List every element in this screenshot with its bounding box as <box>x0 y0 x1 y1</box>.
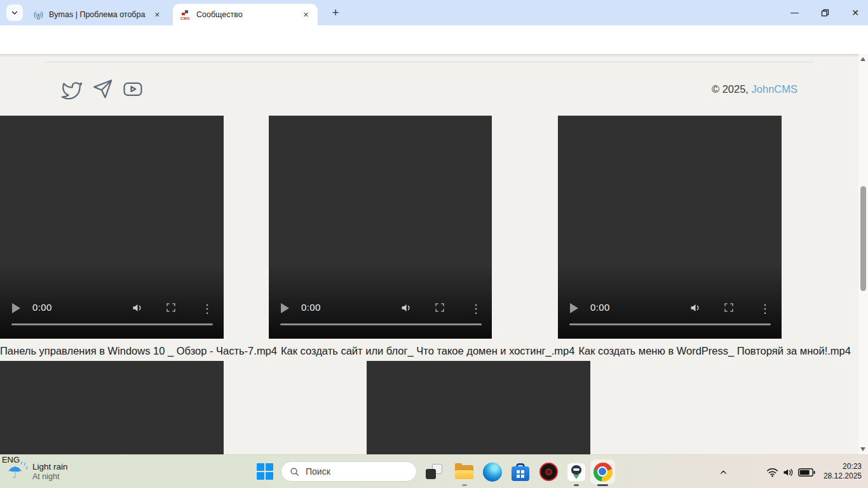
scroll-up-arrow-icon[interactable] <box>860 57 865 61</box>
taskbar-search[interactable]: Поиск <box>281 461 417 482</box>
close-tab-icon[interactable]: ✕ <box>152 10 163 20</box>
fullscreen-icon <box>434 302 445 313</box>
fullscreen-button[interactable] <box>165 302 177 313</box>
running-indicator <box>462 484 467 486</box>
close-tab-icon[interactable]: ✕ <box>301 10 311 20</box>
video-progress-bar[interactable] <box>11 323 213 326</box>
new-tab-button[interactable]: + <box>328 5 343 20</box>
tab-list-button[interactable] <box>6 4 23 21</box>
content-divider <box>46 62 814 62</box>
video-player[interactable] <box>367 361 590 454</box>
window-close-button[interactable]: ✕ <box>846 0 864 25</box>
video-controls-overlay: 0:00 ⋮ <box>0 264 224 339</box>
video-time: 0:00 <box>32 302 52 313</box>
speaker-icon <box>689 301 702 315</box>
search-placeholder: Поиск <box>306 466 330 477</box>
social-links <box>61 78 144 100</box>
cms-favicon-icon: CMS <box>180 10 191 20</box>
video-menu-button[interactable]: ⋮ <box>470 302 482 316</box>
utility-app-button[interactable]: ⚙ <box>539 463 558 481</box>
assistant-app-button[interactable] <box>567 463 585 481</box>
robot-icon-base <box>573 475 580 479</box>
video-time: 0:00 <box>590 302 610 313</box>
gear-icon: ⚙ <box>545 467 553 477</box>
windows-logo-icon <box>517 470 524 478</box>
browser-tab-strip: Bymas | Проблема отображени ✕ CMS Сообще… <box>0 0 868 25</box>
speaker-icon <box>400 301 413 315</box>
edge-browser-button[interactable] <box>483 463 502 482</box>
video-controls-overlay: 0:00 ⋮ <box>558 264 782 339</box>
speaker-icon <box>131 301 144 315</box>
page-scrollbar[interactable] <box>858 54 868 454</box>
play-button[interactable] <box>12 303 20 313</box>
restore-icon <box>821 9 829 17</box>
desktop: Bymas | Проблема отображени ✕ CMS Сообще… <box>0 0 868 488</box>
fullscreen-icon <box>165 302 177 313</box>
wifi-icon[interactable] <box>765 466 779 478</box>
fullscreen-button[interactable] <box>434 302 445 313</box>
chevron-up-icon <box>719 468 728 477</box>
johncms-link[interactable]: JohnCMS <box>752 83 797 95</box>
microsoft-store-button[interactable] <box>512 463 529 481</box>
video-filename: Как создать меню в WordPress_ Повторяй з… <box>578 345 851 356</box>
weather-condition: Light rain <box>32 462 68 472</box>
video-menu-button[interactable]: ⋮ <box>201 302 213 316</box>
video-player[interactable]: 0:00 ⋮ <box>0 116 224 339</box>
minimize-icon <box>790 13 799 13</box>
video-controls-overlay: 0:00 ⋮ <box>269 264 492 339</box>
video-player[interactable] <box>0 361 224 454</box>
task-view-icon-front <box>426 469 436 479</box>
video-filename: Панель управления в Windows 10 _ Обзор -… <box>0 345 277 356</box>
chrome-icon <box>593 463 613 482</box>
battery-icon[interactable] <box>798 468 815 477</box>
tab-title: Bymas | Проблема отображени <box>49 10 146 19</box>
scrollbar-thumb[interactable] <box>860 186 866 291</box>
running-indicator <box>574 484 579 486</box>
tab-community[interactable]: CMS Сообщество ✕ <box>173 4 318 25</box>
video-filename: Как создать сайт или блог_ Что такое дом… <box>281 345 574 356</box>
play-button[interactable] <box>570 303 578 313</box>
window-minimize-button[interactable] <box>785 0 803 25</box>
video-filenames: Панель управления в Windows 10 _ Обзор -… <box>0 345 855 357</box>
tray-overflow-button[interactable] <box>717 466 729 478</box>
video-player[interactable]: 0:00 ⋮ <box>269 116 492 339</box>
chevron-down-icon <box>11 9 18 17</box>
umbrella-rain-icon: ☂ <box>8 461 27 483</box>
video-time: 0:00 <box>301 302 321 313</box>
robot-icon <box>571 465 581 475</box>
fullscreen-button[interactable] <box>723 302 735 313</box>
video-progress-bar[interactable] <box>280 323 482 326</box>
page-content: © 2025, JohnCMS 0:00 ⋮ 0:00 ⋮ <box>0 54 868 454</box>
file-explorer-button[interactable] <box>455 465 473 479</box>
mute-button[interactable] <box>131 301 144 315</box>
youtube-icon[interactable] <box>122 78 144 100</box>
telegram-icon[interactable] <box>92 78 113 100</box>
tray-date: 28.12.2025 <box>824 471 862 481</box>
tray-time: 20:23 <box>824 462 862 471</box>
play-button[interactable] <box>281 303 289 313</box>
folder-front <box>455 470 473 479</box>
weather-detail: At night <box>32 472 68 482</box>
video-menu-button[interactable]: ⋮ <box>759 302 771 316</box>
fullscreen-icon <box>723 302 735 313</box>
running-indicator <box>597 484 608 486</box>
weather-widget[interactable]: ☂ Light rain At night <box>8 455 68 488</box>
task-view-button[interactable] <box>426 464 442 480</box>
mute-button[interactable] <box>689 301 702 315</box>
mute-button[interactable] <box>400 301 413 315</box>
scroll-down-arrow-icon[interactable] <box>860 447 865 451</box>
search-icon <box>290 467 299 477</box>
volume-icon[interactable] <box>781 466 796 478</box>
twitter-icon[interactable] <box>61 78 83 100</box>
window-restore-button[interactable] <box>816 0 834 25</box>
copyright: © 2025, JohnCMS <box>712 83 797 95</box>
start-button[interactable] <box>257 463 273 480</box>
video-player[interactable]: 0:00 ⋮ <box>558 116 782 339</box>
video-progress-bar[interactable] <box>569 323 771 326</box>
taskbar: ☂ Light rain At night Поиск <box>0 454 868 488</box>
clock[interactable]: 20:23 28.12.2025 <box>824 462 862 481</box>
broadcast-favicon-icon <box>33 10 44 20</box>
browser-toolbar: johncms.loc/community/ R ⋮ <box>0 25 868 54</box>
tab-bymas[interactable]: Bymas | Проблема отображени ✕ <box>25 4 169 25</box>
chrome-button[interactable] <box>590 459 615 484</box>
